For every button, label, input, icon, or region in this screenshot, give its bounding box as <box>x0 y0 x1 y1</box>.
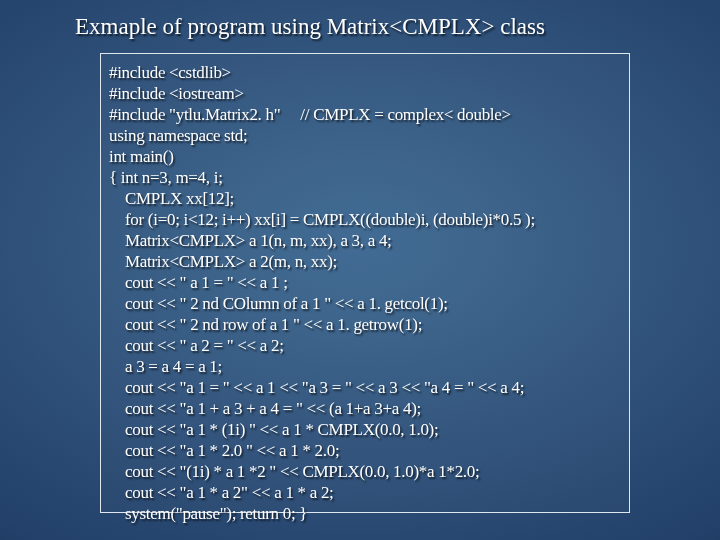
code-line: cout << "a 1 + a 3 + a 4 = " << (a 1+a 3… <box>109 398 623 419</box>
code-line: cout << " 2 nd COlumn of a 1 " << a 1. g… <box>109 293 623 314</box>
code-line: #include <iostream> <box>109 83 623 104</box>
code-line: for (i=0; i<12; i++) xx[i] = CMPLX((doub… <box>109 209 623 230</box>
code-line: CMPLX xx[12]; <box>109 188 623 209</box>
code-line: cout << " a 1 = " << a 1 ; <box>109 272 623 293</box>
code-line: #include <cstdlib> <box>109 62 623 83</box>
code-line: cout << "a 1 * a 2" << a 1 * a 2; <box>109 482 623 503</box>
code-line: #include "ytlu.Matrix2. h"// CMPLX = com… <box>109 104 623 125</box>
code-line: cout << "a 1 * (1i) " << a 1 * CMPLX(0.0… <box>109 419 623 440</box>
code-line: system("pause"); return 0; } <box>109 503 623 524</box>
code-text: #include "ytlu.Matrix2. h" <box>109 105 280 124</box>
code-line: int main() <box>109 146 623 167</box>
code-line: cout << " a 2 = " << a 2; <box>109 335 623 356</box>
code-comment: // CMPLX = complex< double> <box>300 105 511 124</box>
code-line: using namespace std; <box>109 125 623 146</box>
code-line: a 3 = a 4 = a 1; <box>109 356 623 377</box>
code-box: #include <cstdlib> #include <iostream> #… <box>100 53 630 513</box>
code-line: cout << "a 1 * 2.0 " << a 1 * 2.0; <box>109 440 623 461</box>
slide-title: Exmaple of program using Matrix<CMPLX> c… <box>75 14 545 40</box>
code-line: cout << " 2 nd row of a 1 " << a 1. getr… <box>109 314 623 335</box>
code-line: { int n=3, m=4, i; <box>109 167 623 188</box>
code-line: cout << "a 1 = " << a 1 << "a 3 = " << a… <box>109 377 623 398</box>
code-line: cout << "(1i) * a 1 *2 " << CMPLX(0.0, 1… <box>109 461 623 482</box>
code-line: Matrix<CMPLX> a 2(m, n, xx); <box>109 251 623 272</box>
slide: Exmaple of program using Matrix<CMPLX> c… <box>0 0 720 540</box>
code-line: Matrix<CMPLX> a 1(n, m, xx), a 3, a 4; <box>109 230 623 251</box>
